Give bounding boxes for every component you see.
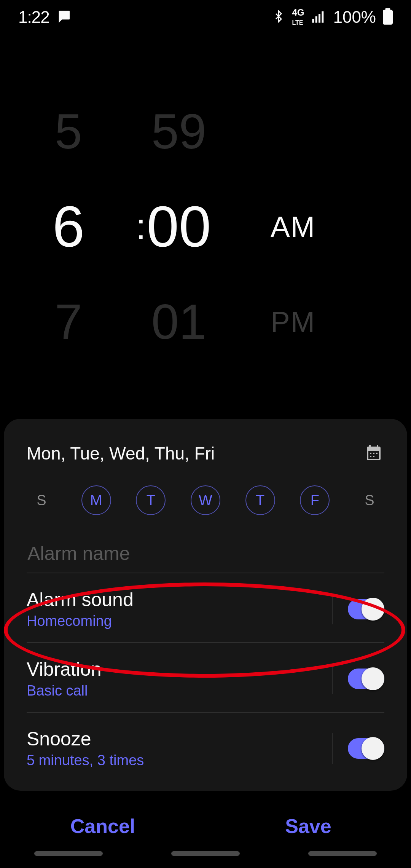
ampm-current: AM (244, 179, 342, 274)
cancel-button[interactable]: Cancel (0, 807, 206, 845)
minute-wheel[interactable]: 59 00 01 (122, 34, 236, 419)
vibration-sub: Basic call (27, 683, 328, 699)
alarm-sound-title: Alarm sound (27, 589, 328, 611)
svg-rect-0 (312, 19, 314, 23)
day-thu[interactable]: T (245, 485, 275, 515)
footer: Cancel Save (0, 807, 411, 845)
nav-home[interactable] (171, 851, 240, 856)
svg-rect-5 (386, 8, 390, 11)
snooze-sub: 5 minutes, 3 times (27, 752, 328, 769)
divider (332, 664, 333, 694)
nav-recent[interactable] (34, 851, 103, 856)
vibration-toggle[interactable] (348, 669, 384, 689)
alarm-name-row (27, 542, 384, 573)
alarm-settings-panel: Mon, Tue, Wed, Thu, Fri S M T W T F S Al… (4, 419, 407, 791)
bluetooth-icon (272, 10, 285, 24)
alarm-sound-toggle[interactable] (348, 599, 384, 619)
time-picker[interactable]: 5 6 7 : 59 00 01 AM PM (0, 34, 411, 419)
day-fri[interactable]: F (300, 485, 330, 515)
vibration-title: Vibration (27, 658, 328, 680)
nav-back[interactable] (308, 851, 377, 856)
hour-next: 7 (11, 274, 126, 369)
divider (332, 594, 333, 624)
repeat-summary: Mon, Tue, Wed, Thu, Fri (27, 443, 215, 464)
calendar-button[interactable] (363, 443, 384, 464)
alarm-sound-sub: Homecoming (27, 613, 328, 629)
ampm-alt: PM (244, 274, 342, 369)
day-mon[interactable]: M (81, 485, 111, 515)
hour-current: 6 (11, 179, 126, 274)
day-wed[interactable]: W (191, 485, 220, 515)
status-time: 1:22 (18, 8, 49, 27)
day-sun[interactable]: S (27, 485, 56, 515)
snooze-row[interactable]: Snooze 5 minutes, 3 times (27, 713, 384, 772)
minute-current: 00 (122, 179, 236, 274)
status-bar: 1:22 4GLTE 100% (0, 0, 411, 34)
snooze-title: Snooze (27, 728, 328, 750)
snooze-toggle[interactable] (348, 738, 384, 759)
svg-rect-3 (322, 11, 324, 23)
network-type-icon: 4GLTE (292, 8, 304, 26)
svg-rect-4 (383, 10, 393, 25)
divider (332, 733, 333, 764)
vibration-row[interactable]: Vibration Basic call (27, 643, 384, 713)
calendar-icon (365, 444, 383, 463)
hour-wheel[interactable]: 5 6 7 (11, 34, 126, 419)
save-button[interactable]: Save (206, 807, 411, 845)
day-sat[interactable]: S (355, 485, 384, 515)
alarm-name-input[interactable] (27, 542, 384, 565)
minute-next: 01 (122, 274, 236, 369)
day-tue[interactable]: T (136, 485, 166, 515)
day-picker: S M T W T F S (27, 481, 384, 519)
battery-icon (383, 8, 393, 26)
svg-rect-1 (315, 16, 317, 23)
hour-prev: 5 (11, 84, 126, 179)
svg-rect-2 (319, 14, 320, 22)
battery-text: 100% (333, 8, 376, 27)
alarm-sound-row[interactable]: Alarm sound Homecoming (27, 573, 384, 643)
minute-prev: 59 (122, 84, 236, 179)
signal-icon (311, 9, 326, 26)
android-nav-bar (0, 846, 411, 861)
ampm-wheel[interactable]: AM PM (244, 34, 342, 419)
message-icon (56, 9, 72, 26)
